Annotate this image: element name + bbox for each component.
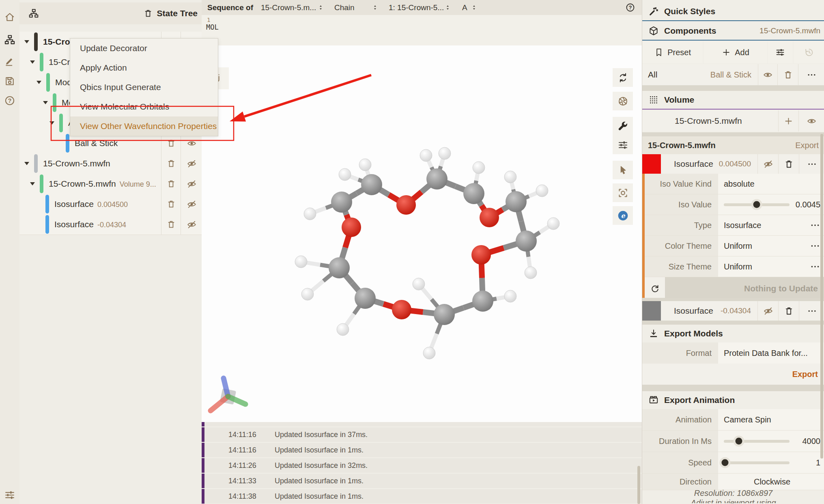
dots-icon[interactable] xyxy=(810,241,820,251)
delete-cell[interactable] xyxy=(161,174,181,194)
viewport-qbics-badge-button[interactable]: e xyxy=(613,206,633,225)
param-value-cell[interactable]: Isosurface xyxy=(718,215,824,235)
tree-row[interactable]: Isosurface-0.04304 xyxy=(19,214,202,235)
eye-off-icon[interactable] xyxy=(187,199,197,209)
slider-knob[interactable] xyxy=(722,459,729,466)
component-options-button[interactable] xyxy=(768,41,793,63)
axes-gizmo[interactable] xyxy=(205,373,250,418)
atom-O[interactable] xyxy=(392,300,411,319)
updown-icon[interactable] xyxy=(372,4,379,11)
history-button[interactable] xyxy=(794,41,824,63)
export-button[interactable]: Export xyxy=(792,370,818,379)
menu-item[interactable]: Qbics Input Generate xyxy=(70,78,218,97)
slider-track[interactable] xyxy=(724,203,790,206)
viewport-object-controls-button[interactable] xyxy=(613,183,633,202)
trash-icon[interactable] xyxy=(166,199,176,209)
atom-H[interactable] xyxy=(301,288,314,300)
refresh-button[interactable] xyxy=(645,277,665,300)
menu-item[interactable]: Apply Action xyxy=(70,58,218,78)
atom-O[interactable] xyxy=(396,195,416,215)
component-row-all[interactable]: All Ball & Stick xyxy=(642,64,824,85)
eye-off-icon[interactable] xyxy=(187,159,197,169)
delete-button[interactable] xyxy=(778,154,799,174)
atom-H[interactable] xyxy=(304,208,316,220)
atom-H[interactable] xyxy=(525,267,537,279)
delete-cell[interactable] xyxy=(161,214,181,235)
visibility-cell[interactable] xyxy=(181,194,202,214)
isosurface-row-2[interactable]: Isosurface -0.04304 xyxy=(642,301,824,321)
atom-H[interactable] xyxy=(339,168,351,181)
molecule-15-crown-5[interactable] xyxy=(202,45,642,422)
atom-H[interactable] xyxy=(359,159,371,171)
visibility-button[interactable] xyxy=(758,64,777,85)
trash-icon[interactable] xyxy=(166,159,176,168)
atom-H[interactable] xyxy=(547,218,559,230)
rail-home-button[interactable] xyxy=(4,11,15,23)
viewport-screenshot-button[interactable] xyxy=(613,92,633,110)
volume-header[interactable]: Volume xyxy=(642,91,824,110)
param-value-cell[interactable]: 4000 xyxy=(718,431,824,452)
menu-item[interactable]: View Other Wavefunction Properties xyxy=(70,116,218,136)
volume-source-row[interactable]: 15-Crown-5.mwfn xyxy=(642,110,824,131)
slider-track[interactable] xyxy=(724,461,790,464)
sequence-select-2[interactable]: 1: 15-Crown-5... xyxy=(389,3,444,12)
slider-knob[interactable] xyxy=(736,438,742,445)
caret-down-icon[interactable] xyxy=(37,81,41,84)
atom-O[interactable] xyxy=(480,208,499,227)
viewport-selection-mode-button[interactable] xyxy=(613,161,633,179)
eye-off-icon[interactable] xyxy=(187,220,197,230)
param-value-cell[interactable]: Camera Spin xyxy=(718,409,824,430)
updown-icon[interactable] xyxy=(471,4,478,11)
atom-C[interactable] xyxy=(434,304,455,325)
viewport-settings-button[interactable] xyxy=(613,136,633,154)
param-value-cell[interactable]: absolute xyxy=(718,174,824,194)
add-component-button[interactable]: Add xyxy=(704,41,767,63)
atom-C[interactable] xyxy=(516,230,537,252)
tree-row[interactable]: Isosurface0.004500 xyxy=(19,194,202,215)
atom-H[interactable] xyxy=(473,162,485,174)
visibility-cell[interactable] xyxy=(181,153,202,174)
param-value-cell[interactable]: Uniform xyxy=(718,236,824,256)
delete-cell[interactable] xyxy=(161,153,181,174)
sequence-select-0[interactable]: 15-Crown-5.m... xyxy=(261,3,316,12)
delete-cell[interactable] xyxy=(161,194,181,214)
caret-down-icon[interactable] xyxy=(30,60,35,64)
atom-C[interactable] xyxy=(329,257,350,278)
log-scrollbar[interactable] xyxy=(637,466,640,504)
rail-save-button[interactable] xyxy=(4,75,15,87)
atom-H[interactable] xyxy=(295,256,307,268)
isosurface-row-1[interactable]: Isosurface 0.004500 xyxy=(642,154,824,174)
eye-icon[interactable] xyxy=(187,138,197,149)
updown-icon[interactable] xyxy=(317,4,324,11)
param-value-cell[interactable]: Protein Data Bank for... xyxy=(718,342,824,364)
caret-down-icon[interactable] xyxy=(43,101,48,104)
sequence-select-1[interactable]: Chain xyxy=(334,3,355,12)
viewport-controls-button[interactable] xyxy=(613,117,633,136)
visibility-cell[interactable] xyxy=(181,214,202,235)
delete-button[interactable] xyxy=(777,64,798,85)
components-header[interactable]: Components 15-Crown-5.mwfn xyxy=(642,22,824,41)
rail-state-tree-button[interactable] xyxy=(4,34,15,45)
atom-H[interactable] xyxy=(504,171,516,183)
add-isosurface-button[interactable] xyxy=(778,110,798,131)
atom-C[interactable] xyxy=(506,191,527,212)
atom-O[interactable] xyxy=(342,218,361,237)
updown-icon[interactable] xyxy=(444,4,451,11)
menu-item[interactable]: View Molecular Orbitals xyxy=(70,97,218,116)
caret-down-icon[interactable] xyxy=(49,121,54,125)
atom-C[interactable] xyxy=(331,192,352,213)
export-models-header[interactable]: Export Models xyxy=(642,325,824,342)
atom-H[interactable] xyxy=(423,347,435,359)
slider-knob[interactable] xyxy=(753,201,760,208)
eye-off-icon[interactable] xyxy=(187,179,197,189)
caret-down-icon[interactable] xyxy=(24,40,29,43)
tree-row[interactable]: 15-Crown-5.mwfnVolume 9... xyxy=(19,174,202,194)
atom-O[interactable] xyxy=(471,245,491,265)
atom-C[interactable] xyxy=(355,288,376,309)
visibility-button[interactable] xyxy=(798,110,824,131)
atom-H[interactable] xyxy=(413,278,425,290)
caret-down-icon[interactable] xyxy=(24,162,29,165)
atom-H[interactable] xyxy=(536,185,548,197)
param-value-cell[interactable]: Clockwise xyxy=(718,474,824,490)
color-swatch[interactable] xyxy=(642,154,661,174)
